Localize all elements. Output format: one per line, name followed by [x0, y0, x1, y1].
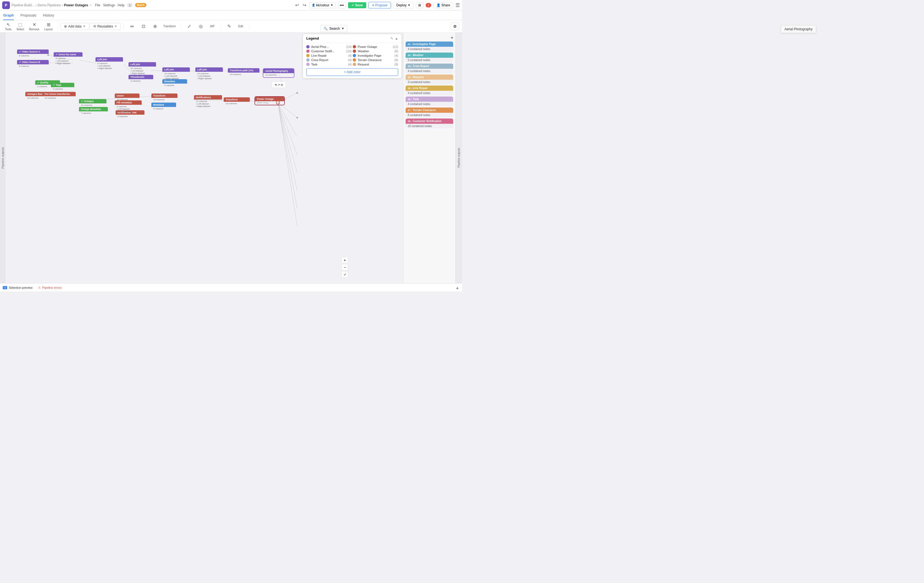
cursor-tool[interactable]: ↖ Tools [3, 21, 14, 32]
node-union-by-name[interactable]: ✓ Union by name 9 columns• Left dataset•… [54, 52, 82, 66]
breadcrumb-demo[interactable]: Demo Pipelines [38, 3, 61, 7]
right-panel-item[interactable]: 04 - Request 3 contained nodes [406, 74, 453, 84]
kk-colour-button[interactable]: 👤 kk/colour ▼ [309, 2, 336, 8]
star-icon[interactable]: ☆ [89, 3, 92, 7]
legend-collapse-icon[interactable]: ▲ [395, 36, 398, 40]
bottom-bar: ⊡ Selection preview ⚠ Pipeline errors ▲ [0, 283, 462, 292]
node-video-source-a[interactable]: ✓ Video Source A 8 columns [17, 49, 49, 58]
node-tags[interactable]: ✓ Tags 2 columns [51, 83, 74, 91]
node-left-join-1[interactable]: Left join 9 columns• Left dataset• Right… [96, 57, 123, 71]
output-item-header: 05 - Line Repair [406, 86, 453, 91]
tab-graph[interactable]: Graph [3, 11, 14, 20]
legend-item[interactable]: Terrain Clearance (6) [353, 58, 398, 62]
node-thumbnails-body: 3 columns [129, 79, 153, 83]
node-left-join-4[interactable]: Left join 13 columns• Left dataset• Righ… [195, 68, 223, 81]
edit-label: Edit [235, 24, 246, 29]
node-left-join-3[interactable]: Left join 12 columns• Left dataset• Righ… [162, 68, 190, 81]
node-power-outage-body: power outage [255, 101, 284, 105]
legend-item[interactable]: Aerial Phot... (14) [306, 45, 351, 48]
right-panel-item[interactable]: 02 - Weather 5 contained nodes [406, 53, 453, 63]
transform-tool-3[interactable]: ⊕ [150, 23, 161, 30]
add-data-button[interactable]: ⊕ Add data ▼ [61, 23, 89, 30]
right-panel-item[interactable]: 08 - Customer Notification 10 contained … [406, 119, 453, 128]
pipeline-outputs-left-toggle[interactable]: Pipeline outputs [0, 33, 5, 283]
legend-item[interactable]: Weather (5) [353, 49, 398, 53]
legend-item[interactable]: Crew Report (4) [306, 58, 351, 62]
error-badge[interactable]: 2 [426, 3, 431, 7]
select-tool[interactable]: ⬚ Select [14, 21, 26, 32]
canvas-area[interactable]: ✓ Video Source A 8 columns ✓ Video Sourc… [5, 33, 403, 283]
propose-button[interactable]: ⊕ Propose [368, 2, 391, 8]
hamburger-icon[interactable]: ☰ [455, 2, 460, 8]
columns-icon-button[interactable]: ⊞ [416, 2, 424, 8]
settings-icon[interactable]: ⚙ [451, 23, 459, 30]
node-fill-metadata[interactable]: Fill metadata 5 columns• Left dataset• R… [115, 100, 142, 114]
legend-item[interactable]: Line Repair (4) [306, 54, 351, 57]
node-left-join-2[interactable]: Left join 10 columns• Left dataset• Righ… [129, 62, 156, 76]
tab-proposals[interactable]: Proposals [20, 11, 36, 20]
node-outage-metadata[interactable]: Outage Metadata 7 columns [79, 107, 108, 115]
remove-tool[interactable]: ✕ Remove [27, 21, 41, 32]
aip-tool[interactable]: ◎ [195, 23, 206, 30]
undo-button[interactable]: ↩ [294, 2, 300, 8]
legend-edit-icon[interactable]: ✎ [391, 36, 393, 40]
node-tags-header: ✓ Tags [51, 83, 74, 87]
right-panel-item[interactable]: 06 - Task 4 contained nodes [406, 97, 453, 106]
node-video-source-b[interactable]: ✓ Video Source B 8 columns [17, 60, 49, 69]
right-panel-collapse[interactable]: ◀ [403, 35, 455, 40]
legend-item[interactable]: Investigator Page (4) [353, 54, 398, 57]
node-left-join-4-body: 13 columns• Left dataset• Right dataset [195, 72, 223, 81]
right-panel-item[interactable]: 07 - Terrain Clearance 6 contained nodes [406, 107, 453, 117]
menu-help[interactable]: Help [118, 3, 125, 7]
legend-item[interactable]: Task (4) [306, 63, 351, 66]
more-options-button[interactable]: ••• [338, 2, 346, 8]
edit-tool[interactable]: ✎ [224, 23, 235, 30]
bottom-collapse-button[interactable]: ▲ [455, 285, 459, 290]
pipeline-errors[interactable]: ⚠ Pipeline errors [38, 286, 62, 289]
tab-history[interactable]: History [43, 11, 54, 20]
deploy-button[interactable]: Deploy ▼ [393, 2, 413, 8]
selection-preview-icon: ⊡ [3, 286, 7, 289]
move-tool[interactable]: ⤢ [184, 23, 195, 30]
transform-tool-2[interactable]: ⊡ [138, 23, 149, 30]
transform-tool-1[interactable]: ⇔ [127, 23, 138, 30]
menu-settings[interactable]: Settings [103, 3, 115, 7]
zoom-fit-button[interactable]: ⤢ [342, 271, 348, 278]
reusables-button[interactable]: ⟲ Reusables ▼ [90, 23, 121, 30]
layout-tool[interactable]: ⊞ Layout [42, 21, 55, 32]
node-transform-path[interactable]: Transform path (JA) 13 columns [228, 68, 259, 77]
app-logo[interactable]: P [2, 2, 10, 9]
node-left-join-1-body: 9 columns• Left dataset• Right dataset [96, 62, 123, 71]
node-thumbnails[interactable]: Thumbnails 3 columns [129, 75, 153, 83]
zoom-out-button[interactable]: − [342, 264, 348, 271]
right-panel: ◀ 01 - Investigator Page 4 contained nod… [403, 33, 455, 283]
node-notifications[interactable]: Notifications 11 columns• Left dataset• … [194, 95, 222, 109]
share-button[interactable]: 👤 Share [433, 2, 453, 8]
node-pre-union-transforms[interactable]: Pre Union transforms 14 columns [43, 92, 76, 100]
node-power-outage[interactable]: Power Outage power outage [254, 96, 285, 105]
node-transform-2[interactable]: Transform 13 columns [224, 97, 250, 106]
menu-file[interactable]: File [95, 3, 100, 7]
legend-item[interactable]: Power Outage (12) [353, 45, 398, 48]
batch-badge: Batch [135, 3, 147, 7]
redo-button[interactable]: ↪ [302, 2, 307, 8]
right-panel-item[interactable]: 05 - Line Repair 4 contained nodes [406, 86, 453, 96]
zoom-in-button[interactable]: + [342, 257, 348, 264]
right-panel-item[interactable]: 01 - Investigator Page 4 contained nodes [406, 41, 453, 51]
node-transform-1[interactable]: Transform 14 columns [151, 94, 178, 102]
top-bar-right: ↩ ↪ 👤 kk/colour ▼ ••• ✓ Save ⊕ Propose D… [294, 2, 460, 8]
node-outages[interactable]: ✓ Outages 14 columns [79, 99, 107, 107]
add-color-button[interactable]: + Add color [306, 68, 398, 76]
legend-dot [353, 63, 356, 66]
right-panel-item[interactable]: 03 - Crew Report 4 contained nodes [406, 64, 453, 73]
node-share[interactable]: ⟲↗⊡ [272, 81, 286, 88]
legend-item[interactable]: Customer Notifi... (10) [306, 49, 351, 53]
save-button[interactable]: ✓ Save [348, 2, 366, 8]
pipeline-outputs-side-toggle[interactable]: Pipeline outputs [455, 33, 462, 283]
node-metadata-2[interactable]: Metadata 5 columns [151, 102, 176, 111]
selection-preview[interactable]: ⊡ Selection preview [3, 286, 33, 289]
breadcrumb-pipeline[interactable]: Pipeline Build... [12, 3, 35, 7]
node-aerial-photography[interactable]: Aerial Photography 13 columns [263, 68, 294, 78]
legend-item[interactable]: Request (9) [353, 63, 398, 66]
search-bar[interactable]: 🔍 Search ▼ [320, 25, 347, 32]
